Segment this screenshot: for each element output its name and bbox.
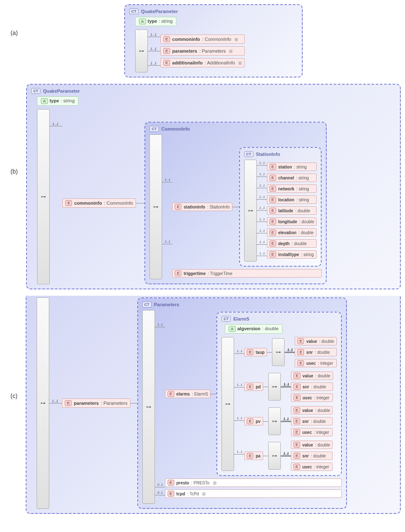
e-tag-icon: E [163,48,170,54]
cardinality: 1..1 [287,348,293,352]
element-stationinfo[interactable]: Estationinfo: StationInfo [172,203,232,211]
element-presto[interactable]: Epresto: PRESTo⊞ [165,479,342,487]
element-channel[interactable]: Echannel: string [267,174,317,182]
element-snr[interactable]: Esnr: double [291,417,333,425]
element-snr[interactable]: Esnr: double [291,382,333,391]
element-parameters[interactable]: Eparameters: Parameters⊞ [160,46,245,56]
a-tag-icon: A [41,98,48,104]
element-elevation[interactable]: Eelevation: double [267,228,317,237]
cardinality: 1..1 [237,416,242,420]
e-tag-icon: E [293,373,300,379]
ct-title: QuakeParameter [141,9,178,14]
cardinality: 1..1 [150,47,157,51]
e-tag-icon: E [297,360,304,366]
e-tag-icon: E [65,400,72,406]
e-tag-icon: E [293,395,300,401]
sequence-connector-icon: ⊶ [268,442,281,470]
ct-tag-icon: CT [129,8,139,14]
e-tag-icon: E [247,349,253,355]
cardinality: 1..1 [283,452,289,456]
element-network[interactable]: Enetwork: string [267,184,317,193]
e-tag-icon: E [269,175,276,181]
element-value[interactable]: Evalue: double [295,337,336,345]
element-triggertime[interactable]: Etriggertime: TriggerTime [172,269,322,278]
element-tcpd[interactable]: Etcpd: TcPd⊞ [165,489,342,498]
e-tag-icon: E [65,200,72,206]
attr-type: : string [159,19,173,24]
cardinality: 1..1 [157,323,163,326]
element-pa[interactable]: Epa [244,452,263,460]
element-parameters[interactable]: Eparameters: Parameters [62,398,130,408]
element-depth[interactable]: Edepth: double [267,239,317,248]
sequence-connector-icon: ⊶ [142,310,155,504]
e-tag-icon: E [168,391,174,397]
cardinality: 1..1 [259,172,265,176]
element-snr[interactable]: Esnr: double [291,452,333,460]
element-elarms[interactable]: Eelarms: ElarmS [165,390,211,398]
a-tag-icon: A [229,326,236,332]
sequence-connector-icon: ⊶ [135,29,148,72]
expand-icon[interactable]: ⊞ [238,61,242,65]
ct-tag-icon: CT [149,126,159,132]
element-value[interactable]: Evalue: double [291,441,333,449]
element-pv[interactable]: Epv [244,417,263,425]
sequence-connector-icon: ⊶ [37,297,49,509]
e-tag-icon: E [269,241,276,246]
element-commoninfo[interactable]: Ecommoninfo: CommonInfo⊞ [160,35,245,44]
e-tag-icon: E [247,418,253,424]
attr-name: algversion [237,326,261,332]
cardinality: 1..1 [52,122,59,126]
element-commoninfo[interactable]: Ecommoninfo: CommonInfo [62,198,136,208]
element-taup[interactable]: Etaup [244,348,267,356]
e-tag-icon: E [168,491,174,497]
element-value[interactable]: Evalue: double [291,406,333,414]
cardinality: 0..1 [157,491,163,495]
ct-title: ElarmS [233,316,249,321]
sequence-connector-icon: ⊶ [268,407,281,435]
sequence-connector-icon: ⊶ [244,160,257,262]
expand-icon[interactable]: ⊞ [202,492,205,496]
ct-tag-icon: CT [244,151,253,157]
e-tag-icon: E [247,384,253,390]
ct-tag-icon: CT [31,88,40,94]
element-snr[interactable]: Esnr: double [295,348,336,356]
cardinality: 1..1 [259,251,265,255]
e-tag-icon: E [247,453,253,459]
ct-elarms: CTElarmS A algversion : double [216,312,341,476]
expand-icon[interactable]: ⊞ [234,37,238,42]
ct-commoninfo: CTCommonInfo ⊶ 1..1 1..1 Estationinfo: S… [144,122,327,284]
cardinality: 1..1 [165,240,170,243]
cardinality: 1..1 [150,61,157,65]
cardinality: 1..1 [259,240,265,244]
element-station[interactable]: Estation: string [267,163,317,171]
e-tag-icon: E [297,338,304,344]
expand-icon[interactable]: ⊞ [229,49,232,53]
element-usec[interactable]: Eusec: integer [291,462,333,471]
element-installtype[interactable]: Einstalltype: string [267,250,317,259]
e-tag-icon: E [168,480,174,486]
element-usec[interactable]: Eusec: integer [291,393,333,402]
panel-c-label: (c) [4,296,26,514]
element-location[interactable]: Elocation: string [267,195,317,204]
element-additionalinfo[interactable]: Eadditionalinfo: AdditionalInfo⊞ [160,58,245,67]
cardinality: 1..1 [259,229,265,233]
element-latitude[interactable]: Elatitude: double [267,206,317,215]
e-tag-icon: E [175,204,181,210]
element-usec[interactable]: Eusec: integer [295,359,336,367]
element-value[interactable]: Evalue: double [291,372,333,380]
element-pd[interactable]: Epd [244,382,263,391]
element-usec[interactable]: Eusec: integer [291,428,333,436]
e-tag-icon: E [293,384,300,390]
e-tag-icon: E [269,251,276,257]
e-tag-icon: E [293,464,300,470]
expand-icon[interactable]: ⊞ [213,481,216,485]
ct-quakeparameter-b: CTQuakeParameter A type : string ⊶ 1..1 … [26,84,401,289]
panel-a-label: (a) [4,4,26,78]
cardinality: 1..1 [52,399,58,403]
element-longitude[interactable]: Elongitude: double [267,217,317,226]
sequence-connector-icon: ⊶ [221,337,234,471]
cardinality: 1..1 [165,178,170,182]
cardinality: 1..1 [237,383,242,387]
cardinality: 1..1 [283,383,289,387]
cardinality: 0..1 [157,483,163,487]
